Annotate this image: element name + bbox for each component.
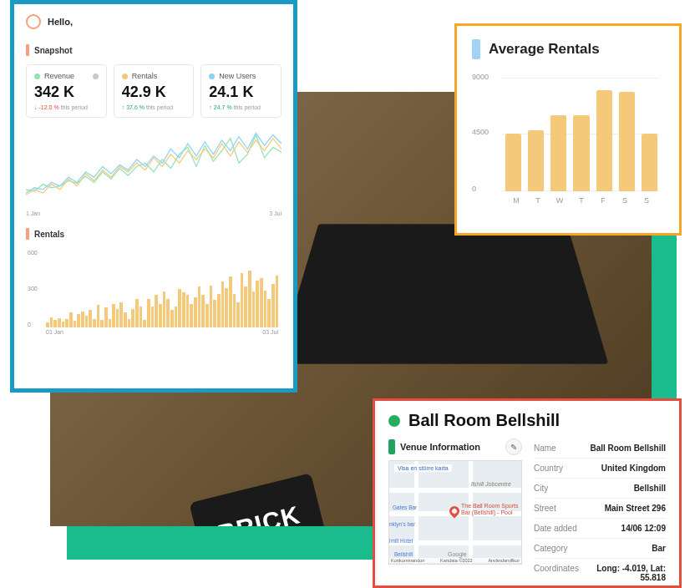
bar[interactable] [77,314,80,327]
bar[interactable] [229,276,232,327]
bar[interactable] [139,307,143,327]
bar[interactable] [159,304,162,327]
info-value: Main Street 296 [605,504,666,513]
bar[interactable] [642,134,657,192]
bar[interactable] [210,286,213,327]
venue-info-table: NameBall Room BellshillCountryUnited Kin… [534,438,666,587]
bar[interactable] [50,317,53,327]
bar[interactable] [155,295,158,327]
snapshot-title: Snapshot [34,46,73,55]
bar[interactable] [252,291,256,327]
bar[interactable] [528,130,544,191]
metric-card-revenue[interactable]: Revenue 342 K -12.0 % this period [26,64,107,118]
metric-label: Rentals [132,72,158,80]
bar[interactable] [244,286,247,327]
bar[interactable] [505,134,521,192]
bar[interactable] [550,115,566,191]
bar[interactable] [233,294,236,327]
bar[interactable] [264,291,267,328]
info-icon[interactable] [93,74,99,79]
bar[interactable] [236,302,240,327]
bar[interactable] [186,295,190,327]
rentals-axis: 01 Jan 03 Jul [26,329,282,335]
bar[interactable] [221,281,225,327]
metric-card-rentals[interactable]: Rentals 42.9 K 37.6 % this period [114,64,195,118]
bar[interactable] [217,294,221,327]
rentals-bar-chart[interactable]: 600 300 0 [26,248,282,327]
map-attr-item[interactable]: Kortkommandon [391,558,424,563]
average-rentals-chart[interactable]: 9000 4500 0 MTWTFSS [472,71,664,205]
bar[interactable] [276,276,279,327]
bar[interactable] [93,319,96,327]
bar[interactable] [260,278,263,327]
metric-change: 37.6 % [126,104,145,110]
bar[interactable] [596,90,612,191]
bar[interactable] [163,291,166,327]
map-nearby-label: lmill Hotel [389,538,413,544]
bar[interactable] [241,273,244,327]
info-label: Date added [534,524,577,533]
bar[interactable] [109,319,112,327]
venue-map[interactable]: Visa en större karta Gates Bar nklyn's b… [388,460,522,565]
bar[interactable] [201,295,205,327]
bar[interactable] [124,312,127,327]
bar[interactable] [65,319,68,327]
bar[interactable] [175,307,178,327]
avatar-icon[interactable] [26,14,41,29]
bar[interactable] [151,307,155,327]
bar[interactable] [74,321,77,327]
bar[interactable] [271,284,275,327]
average-rentals-panel: Average Rentals 9000 4500 0 MTWTFSS [454,23,682,236]
info-row: NameBall Room Bellshill [534,438,666,459]
metric-change: 24.7 % [214,104,232,110]
bar[interactable] [53,320,57,327]
info-row: StreetMain Street 296 [534,499,666,519]
bar[interactable] [135,299,139,327]
bar[interactable] [104,307,108,327]
bar[interactable] [143,320,146,327]
bar[interactable] [182,292,185,327]
avg-title-row: Average Rentals [472,39,664,59]
bar[interactable] [166,299,170,327]
info-value: Ball Room Bellshill [590,444,666,453]
bar[interactable] [81,312,84,327]
snapshot-line-chart[interactable] [26,128,282,207]
venue-info-title: Venue Information [400,442,500,452]
bar[interactable] [85,316,89,327]
bar[interactable] [170,310,174,327]
bar[interactable] [128,319,131,327]
bar[interactable] [131,309,134,327]
metric-value: 24.1 K [209,84,273,101]
bar[interactable] [58,318,61,327]
metric-card-newusers[interactable]: New Users 24.1 K 24.7 % this period [200,64,282,118]
bar[interactable] [213,300,216,327]
bar[interactable] [619,92,635,191]
bar[interactable] [267,299,271,327]
bar[interactable] [205,304,209,327]
bar[interactable] [116,309,119,327]
edit-button[interactable]: ✎ [505,438,522,455]
metric-label: Revenue [44,72,74,80]
bar[interactable] [89,310,92,327]
bar[interactable] [97,305,100,327]
section-marker-icon [472,39,480,59]
bar[interactable] [62,322,65,327]
info-row: Date added14/06 12:09 [534,519,666,539]
bar[interactable] [147,299,150,327]
bar[interactable] [225,288,228,327]
map-attr-item[interactable]: Användarvillkor [488,558,520,563]
bar[interactable] [194,297,197,327]
bar[interactable] [112,304,115,327]
bar[interactable] [100,320,104,327]
bar[interactable] [190,304,193,327]
bar[interactable] [573,115,589,191]
bar[interactable] [69,312,73,327]
bar[interactable] [256,281,259,327]
bar[interactable] [178,289,181,327]
bar[interactable] [46,322,49,327]
bar[interactable] [198,286,201,327]
info-row: CategoryBar [534,539,666,559]
map-enlarge-link[interactable]: Visa en större karta [394,464,452,472]
bar[interactable] [119,302,123,327]
bar[interactable] [248,271,251,327]
